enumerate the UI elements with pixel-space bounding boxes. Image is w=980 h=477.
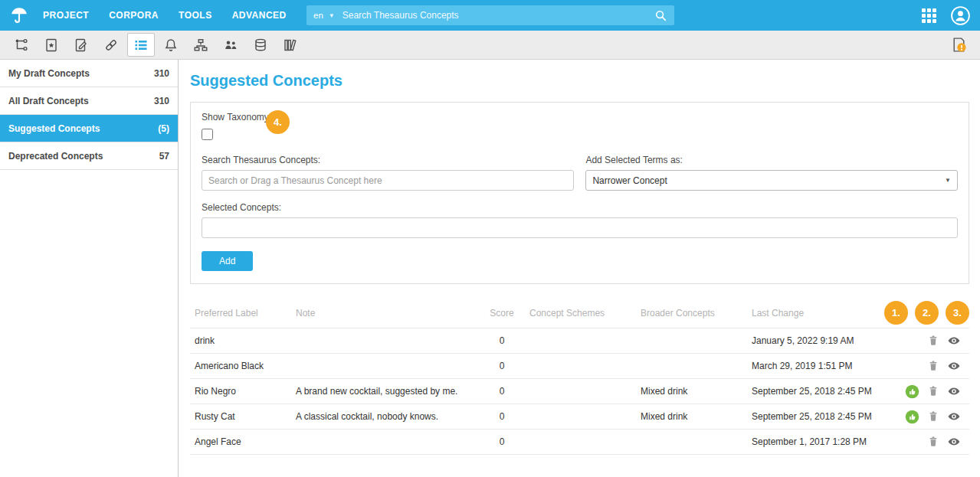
topbar-right: [922, 5, 971, 26]
table-row[interactable]: Angel Face 0 September 1, 2017 1:28 PM: [190, 430, 969, 455]
catalog-tool-button[interactable]: [277, 33, 304, 57]
cell-score: 0: [479, 354, 525, 379]
sidebar-item-count: 310: [154, 68, 169, 79]
annotation-badge-1: 1.: [884, 301, 908, 325]
link-icon: [103, 38, 119, 53]
trash-icon: [926, 334, 940, 348]
sidebar-item-label: My Draft Concepts: [8, 68, 90, 79]
taxonomy-tool-button[interactable]: [187, 33, 215, 57]
cell-actions: [897, 328, 969, 354]
cell-actions: [897, 430, 969, 455]
edit-document-tool-button[interactable]: [67, 33, 95, 57]
sidebar-item-deprecated-concepts[interactable]: Deprecated Concepts 57: [0, 142, 178, 170]
cell-last-change: January 5, 2022 9:19 AM: [747, 328, 897, 354]
annotation-badge-3: 3.: [946, 301, 969, 325]
notifications-tool-button[interactable]: [157, 33, 185, 57]
table-row[interactable]: Americano Black 0 March 29, 2019 1:51 PM: [190, 354, 969, 379]
delete-button[interactable]: [923, 404, 943, 429]
preview-button[interactable]: [944, 328, 965, 353]
cell-score: 0: [479, 430, 525, 455]
global-search-input[interactable]: [343, 10, 654, 21]
delete-button[interactable]: [923, 354, 943, 378]
cell-broader-concepts: Mixed drink: [636, 379, 747, 404]
chevron-down-icon: ▼: [329, 12, 335, 19]
preview-button[interactable]: [944, 430, 965, 454]
sidebar-item-count: 310: [154, 96, 169, 106]
sidebar-item-suggested-concepts[interactable]: Suggested Concepts (5): [0, 115, 178, 142]
cell-preferred-label: drink: [190, 328, 291, 354]
cell-last-change: September 1, 2017 1:28 PM: [747, 430, 897, 455]
users-tool-button[interactable]: [217, 33, 244, 57]
cell-concept-schemes: [525, 379, 636, 404]
cell-score: 0: [479, 328, 525, 354]
app-logo[interactable]: [9, 5, 29, 25]
add-as-selected-value: Narrower Concept: [592, 175, 667, 186]
link-tool-button[interactable]: [97, 33, 125, 57]
menu-corpora[interactable]: CORPORA: [109, 10, 159, 21]
preview-button[interactable]: [944, 404, 965, 429]
list-view-tool-button[interactable]: [127, 33, 155, 57]
cell-concept-schemes: [525, 430, 636, 455]
sidebar-item-label: All Draft Concepts: [8, 96, 89, 106]
cell-score: 0: [479, 379, 525, 404]
umbrella-logo-icon: [9, 5, 29, 25]
header-preferred-label: Preferred Label: [190, 298, 291, 328]
apps-grid-icon[interactable]: [922, 8, 936, 23]
search-concepts-field-group: Search Thesaurus Concepts:: [202, 155, 574, 191]
cell-note: [291, 328, 479, 354]
cell-note: A brand new cocktail, suggested by me.: [291, 379, 479, 404]
search-language-selector[interactable]: en: [313, 11, 323, 20]
sidebar-item-label: Suggested Concepts: [8, 123, 100, 134]
add-as-label: Add Selected Terms as:: [585, 155, 958, 165]
table-row[interactable]: Rusty Cat A classical cocktail, nobody k…: [190, 404, 969, 430]
menu-advanced[interactable]: ADVANCED: [232, 10, 287, 21]
new-concept-tool-button[interactable]: [38, 33, 65, 57]
trash-icon: [926, 384, 940, 398]
selected-concepts-input[interactable]: [202, 217, 958, 238]
add-as-select[interactable]: Narrower Concept ▼: [585, 170, 958, 191]
preview-button[interactable]: [944, 379, 965, 403]
delete-button[interactable]: [923, 328, 943, 353]
cell-actions: [897, 404, 969, 430]
header-broader-concepts: Broader Concepts: [636, 298, 747, 328]
database-icon: [253, 38, 268, 53]
menu-tools[interactable]: TOOLS: [179, 10, 212, 21]
alert-notes-icon: [950, 36, 968, 54]
icon-toolbar: [0, 31, 980, 60]
menu-project[interactable]: PROJECT: [43, 10, 89, 21]
table-row[interactable]: Rio Negro A brand new cocktail, suggeste…: [190, 379, 969, 404]
chevron-down-icon: ▼: [945, 177, 951, 184]
add-button[interactable]: Add: [202, 251, 253, 271]
thesaurus-concept-search-input[interactable]: [202, 170, 574, 191]
search-icon[interactable]: [654, 9, 667, 22]
show-taxonomy-label: Show Taxonomy: [202, 112, 958, 123]
users-icon: [223, 38, 238, 53]
page-title: Suggested Concepts: [190, 72, 969, 90]
hierarchy-tool-button[interactable]: [8, 33, 35, 57]
thumbs-up-icon: [905, 410, 919, 424]
thumbs-up-icon: [905, 384, 919, 399]
cell-preferred-label: Rusty Cat: [190, 404, 291, 430]
trash-icon: [926, 359, 940, 373]
approve-button[interactable]: [902, 379, 923, 403]
database-tool-button[interactable]: [247, 33, 274, 57]
sidebar-item-label: Deprecated Concepts: [8, 151, 103, 162]
header-score: Score: [479, 298, 525, 328]
topbar: PROJECT CORPORA TOOLS ADVANCED en ▼: [0, 0, 980, 31]
sidebar-item-all-draft-concepts[interactable]: All Draft Concepts 310: [0, 87, 178, 115]
trash-icon: [926, 435, 940, 449]
cell-note: [291, 430, 479, 455]
cell-broader-concepts: Mixed drink: [636, 404, 747, 430]
release-notes-button[interactable]: [945, 33, 972, 57]
user-avatar-icon[interactable]: [950, 5, 971, 26]
approve-button[interactable]: [902, 404, 923, 429]
preview-button[interactable]: [944, 354, 965, 378]
delete-button[interactable]: [923, 430, 943, 454]
table-row[interactable]: drink 0 January 5, 2022 9:19 AM: [190, 328, 969, 354]
sidebar-item-my-draft-concepts[interactable]: My Draft Concepts 310: [0, 60, 178, 87]
annotation-badge-4: 4.: [266, 110, 290, 134]
show-taxonomy-checkbox[interactable]: [202, 129, 213, 140]
delete-button[interactable]: [923, 379, 943, 403]
cell-concept-schemes: [525, 404, 636, 430]
cell-broader-concepts: [636, 328, 747, 354]
